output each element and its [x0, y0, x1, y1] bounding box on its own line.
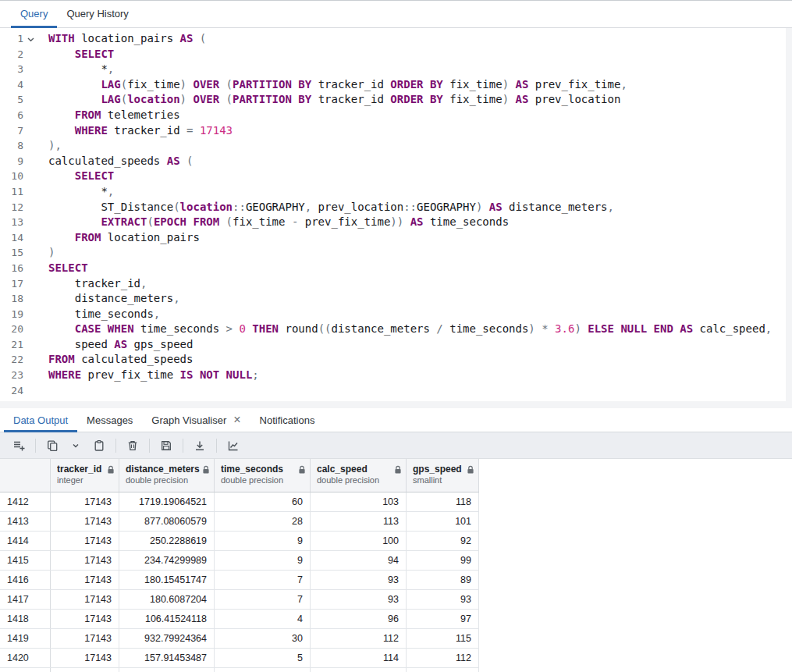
data-cell[interactable]: 101: [407, 512, 479, 531]
line-number[interactable]: 15: [0, 245, 37, 261]
data-cell[interactable]: 1719.19064521: [119, 492, 215, 511]
column-header-time_seconds[interactable]: time_secondsdouble precision: [215, 459, 311, 492]
line-number[interactable]: 19: [0, 307, 37, 322]
data-cell[interactable]: 234.74299989: [119, 551, 215, 570]
data-cell[interactable]: 17143: [51, 492, 119, 511]
line-number[interactable]: 1: [0, 31, 37, 47]
data-cell[interactable]: 89: [407, 571, 479, 589]
code-line[interactable]: ),: [48, 138, 792, 154]
code-line[interactable]: time_seconds,: [48, 307, 792, 322]
editor-code-area[interactable]: WITH location_pairs AS ( SELECT *, LAG(f…: [37, 31, 792, 408]
line-number[interactable]: 5: [0, 92, 37, 108]
data-cell[interactable]: 112: [407, 649, 479, 667]
tab-graph-visualiser[interactable]: Graph Visualiser×: [142, 408, 250, 432]
code-line[interactable]: ST_Distance(location::GEOGRAPHY, prev_lo…: [48, 200, 792, 215]
code-line[interactable]: *,: [48, 184, 792, 200]
code-line[interactable]: LAG(fix_time) OVER (PARTITION BY tracker…: [48, 77, 792, 93]
copy-button[interactable]: [41, 436, 63, 456]
row-number-cell[interactable]: 1420: [0, 649, 51, 667]
column-header-tracker_id[interactable]: tracker_idinteger: [51, 459, 119, 492]
line-number[interactable]: 9: [0, 154, 37, 169]
column-header-gps_speed[interactable]: gps_speedsmallint: [407, 459, 479, 492]
line-number[interactable]: 18: [0, 291, 37, 307]
line-number[interactable]: 10: [0, 169, 37, 184]
code-line[interactable]: WHERE prev_fix_time IS NOT NULL;: [48, 368, 792, 383]
row-number-cell[interactable]: 1418: [0, 610, 51, 628]
line-number[interactable]: 16: [0, 261, 37, 276]
data-cell[interactable]: 17143: [51, 590, 119, 609]
code-line[interactable]: calculated_speeds AS (: [48, 154, 792, 169]
data-cell[interactable]: 60: [215, 492, 311, 511]
code-line[interactable]: FROM calculated_speeds: [48, 352, 792, 368]
data-cell[interactable]: 17143: [51, 571, 119, 589]
data-cell[interactable]: 7: [215, 571, 311, 589]
line-number[interactable]: 11: [0, 184, 37, 200]
code-line[interactable]: distance_meters,: [48, 291, 792, 307]
data-cell[interactable]: 17143: [51, 610, 119, 628]
code-line[interactable]: *,: [48, 62, 792, 77]
line-number[interactable]: 14: [0, 230, 37, 246]
save-data-changes-button[interactable]: [155, 436, 177, 456]
line-number[interactable]: 24: [0, 383, 37, 399]
code-line[interactable]: [48, 383, 792, 399]
data-cell[interactable]: 113: [311, 512, 407, 531]
data-cell[interactable]: 103: [311, 492, 407, 511]
line-number[interactable]: 4: [0, 77, 37, 93]
data-cell[interactable]: 877.08060579: [119, 512, 215, 531]
data-cell[interactable]: 180.15451747: [119, 571, 215, 589]
row-number-cell[interactable]: 1419: [0, 629, 51, 648]
code-line[interactable]: EXTRACT(EPOCH FROM (fix_time - prev_fix_…: [48, 215, 792, 230]
data-cell[interactable]: 93: [311, 571, 407, 589]
row-number-cell[interactable]: 1417: [0, 590, 51, 609]
data-cell[interactable]: 99: [407, 551, 479, 570]
data-cell[interactable]: 100: [311, 532, 407, 550]
line-number[interactable]: 20: [0, 322, 37, 337]
data-cell[interactable]: 112: [311, 629, 407, 648]
data-cell[interactable]: 30: [215, 629, 311, 648]
add-row-button[interactable]: [8, 436, 30, 456]
row-number-cell[interactable]: 1415: [0, 551, 51, 570]
data-cell[interactable]: 9: [215, 551, 311, 570]
data-cell[interactable]: 17143: [51, 551, 119, 570]
data-cell[interactable]: 94: [311, 551, 407, 570]
line-number[interactable]: 22: [0, 352, 37, 368]
data-cell[interactable]: 114: [311, 649, 407, 667]
column-header-distance_meters[interactable]: distance_metersdouble precision: [119, 459, 215, 492]
tab-query-history[interactable]: Query History: [57, 1, 137, 27]
data-cell[interactable]: 4: [215, 610, 311, 628]
data-cell[interactable]: 96: [311, 610, 407, 628]
line-number[interactable]: 17: [0, 276, 37, 292]
copy-options-button[interactable]: [65, 436, 87, 456]
delete-button[interactable]: [122, 436, 144, 456]
grid-corner-cell[interactable]: [0, 459, 51, 492]
code-line[interactable]: tracker_id,: [48, 276, 792, 292]
line-number[interactable]: 7: [0, 123, 37, 139]
line-number[interactable]: 13: [0, 215, 37, 230]
data-cell[interactable]: 118: [407, 492, 479, 511]
data-cell[interactable]: 157.91453487: [119, 649, 215, 667]
data-cell[interactable]: 92: [407, 532, 479, 550]
line-number[interactable]: 6: [0, 108, 37, 123]
row-number-cell[interactable]: 1414: [0, 532, 51, 550]
row-number-cell[interactable]: 1412: [0, 492, 51, 511]
data-cell[interactable]: 17143: [51, 649, 119, 667]
download-results-button[interactable]: [189, 436, 211, 456]
line-number[interactable]: 8: [0, 138, 37, 154]
data-cell[interactable]: 5: [215, 649, 311, 667]
data-cell[interactable]: 250.2288619: [119, 532, 215, 550]
code-line[interactable]: LAG(location) OVER (PARTITION BY tracker…: [48, 92, 792, 108]
code-line[interactable]: SELECT: [48, 47, 792, 62]
column-header-calc_speed[interactable]: calc_speeddouble precision: [311, 459, 407, 492]
fold-chevron-icon[interactable]: [23, 31, 37, 47]
code-line[interactable]: WITH location_pairs AS (: [48, 31, 792, 47]
data-cell[interactable]: 28: [215, 512, 311, 531]
code-line[interactable]: SELECT: [48, 169, 792, 184]
editor-horizontal-scrollbar[interactable]: [0, 401, 792, 408]
tab-query[interactable]: Query: [11, 1, 57, 27]
row-number-cell[interactable]: 1413: [0, 512, 51, 531]
data-cell[interactable]: 180.6087204: [119, 590, 215, 609]
line-number[interactable]: 2: [0, 47, 37, 62]
tab-messages[interactable]: Messages: [77, 408, 142, 432]
data-cell[interactable]: 115: [407, 629, 479, 648]
data-cell[interactable]: 7: [215, 590, 311, 609]
